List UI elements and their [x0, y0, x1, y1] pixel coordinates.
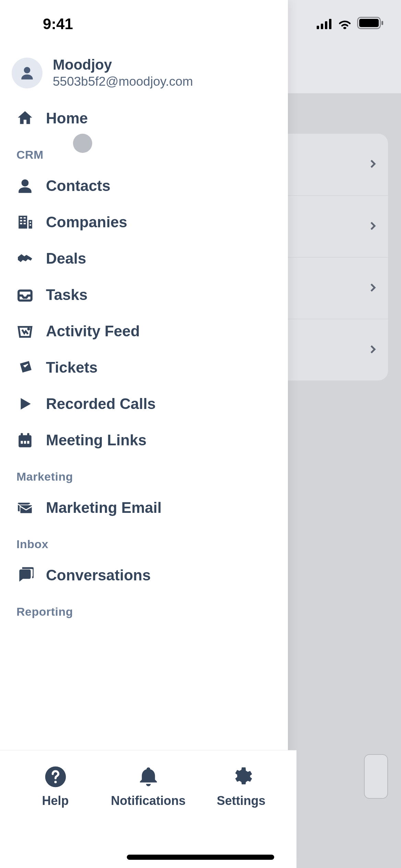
nav-deals[interactable]: Deals [0, 240, 288, 277]
nav-marketing-email[interactable]: Marketing Email [0, 490, 288, 526]
background-list-row [278, 257, 388, 319]
profile-email: 5503b5f2@moodjoy.com [53, 73, 193, 90]
building-icon [16, 214, 34, 231]
svg-rect-13 [27, 433, 29, 437]
section-header-crm: CRM [0, 136, 288, 168]
section-header-marketing: Marketing [0, 458, 288, 490]
avatar [12, 58, 42, 88]
nav-meeting-links[interactable]: Meeting Links [0, 422, 288, 458]
chevron-right-icon [366, 157, 380, 172]
svg-rect-1 [321, 24, 323, 29]
chat-icon [16, 567, 34, 584]
home-icon [16, 110, 34, 127]
background-list-row [278, 134, 388, 195]
svg-point-10 [27, 328, 30, 330]
svg-rect-5 [359, 19, 379, 27]
nav-companies-label: Companies [46, 214, 127, 231]
tray-icon [16, 286, 34, 303]
nav-marketing-email-label: Marketing Email [46, 499, 161, 516]
status-bar: 9:41 [0, 0, 401, 45]
nav-tasks-label: Tasks [46, 286, 88, 303]
envelopes-icon [16, 499, 34, 516]
section-header-inbox: Inbox [0, 526, 288, 557]
bottom-help-label: Help [42, 794, 69, 808]
svg-rect-18 [20, 505, 32, 514]
status-time: 9:41 [43, 15, 73, 33]
nav-meeting-label: Meeting Links [46, 432, 146, 449]
background-button-fragment [364, 754, 388, 799]
nav-contacts-label: Contacts [46, 177, 110, 194]
bottom-settings[interactable]: Settings [197, 765, 286, 808]
section-header-reporting: Reporting [0, 593, 288, 625]
svg-rect-14 [21, 441, 23, 444]
chevron-right-icon [366, 219, 380, 234]
navigation-drawer: Moodjoy 5503b5f2@moodjoy.com Home CRM Co… [0, 0, 288, 868]
nav-conversations[interactable]: Conversations [0, 557, 288, 593]
bell-icon [136, 765, 160, 789]
activity-icon [16, 323, 34, 340]
drawer-bottom-bar: Help Notifications Settings [0, 750, 296, 868]
wifi-icon [337, 15, 352, 33]
background-list-row [278, 195, 388, 257]
nav-contacts[interactable]: Contacts [0, 168, 288, 204]
chevron-right-icon [366, 281, 380, 296]
svg-point-8 [22, 180, 29, 187]
svg-rect-6 [381, 21, 383, 25]
bottom-settings-label: Settings [217, 794, 265, 808]
play-icon [16, 395, 34, 412]
svg-rect-12 [21, 433, 23, 437]
nav-activity-feed[interactable]: Activity Feed [0, 313, 288, 349]
gear-icon [229, 765, 253, 789]
nav-tickets[interactable]: Tickets [0, 349, 288, 386]
home-indicator [127, 855, 274, 860]
nav-conversations-label: Conversations [46, 567, 151, 584]
svg-rect-16 [27, 441, 29, 444]
nav-home-label: Home [46, 110, 88, 127]
svg-rect-3 [329, 19, 331, 29]
background-list-row [278, 319, 388, 381]
ticket-icon [16, 359, 34, 376]
bottom-notifications-label: Notifications [111, 794, 185, 808]
handshake-icon [16, 250, 34, 267]
nav-companies[interactable]: Companies [0, 204, 288, 240]
nav-tickets-label: Tickets [46, 359, 98, 376]
calendar-icon [16, 432, 34, 449]
svg-rect-15 [24, 441, 26, 444]
svg-rect-2 [325, 21, 327, 29]
bottom-help[interactable]: Help [11, 765, 100, 808]
bottom-notifications[interactable]: Notifications [104, 765, 193, 808]
chevron-right-icon [366, 342, 380, 358]
nav-activity-label: Activity Feed [46, 323, 140, 340]
nav-deals-label: Deals [46, 250, 86, 267]
nav-recorded-label: Recorded Calls [46, 395, 156, 412]
battery-icon [357, 15, 384, 33]
profile-row[interactable]: Moodjoy 5503b5f2@moodjoy.com [0, 48, 288, 100]
contact-icon [16, 177, 34, 194]
nav-home[interactable]: Home [0, 100, 288, 136]
svg-rect-0 [317, 26, 319, 29]
profile-name: Moodjoy [53, 56, 193, 73]
svg-point-20 [54, 781, 57, 783]
help-icon [44, 765, 68, 789]
nav-tasks[interactable]: Tasks [0, 277, 288, 313]
nav-recorded-calls[interactable]: Recorded Calls [0, 386, 288, 422]
cellular-icon [317, 15, 332, 33]
svg-point-7 [24, 67, 31, 74]
touch-indicator [73, 134, 92, 153]
